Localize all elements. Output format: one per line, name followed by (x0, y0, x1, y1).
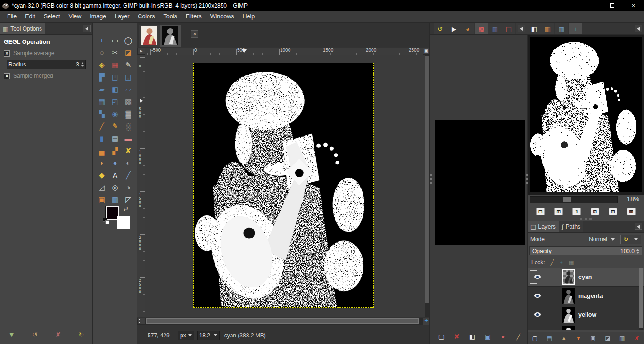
tool-scissors-select[interactable]: ✂ (108, 46, 122, 58)
restore-tool-preset-button[interactable]: ↺ (28, 329, 42, 340)
zoom-fill-window-button[interactable]: ⊞ (609, 208, 617, 215)
new-layer-group-button[interactable]: ▤ (544, 333, 555, 344)
menu-edit[interactable]: Edit (21, 11, 40, 22)
navigation-popup-button[interactable]: + (423, 318, 429, 325)
duplicate-brush-button[interactable]: ◧ (467, 331, 478, 342)
menu-file[interactable]: File (3, 11, 21, 22)
tool-perspective[interactable]: ▱ (122, 83, 135, 95)
menu-help[interactable]: Help (238, 11, 259, 22)
default-colors-icon[interactable] (103, 218, 109, 224)
new-layer-button[interactable]: ▢ (529, 333, 540, 344)
layers-scrollbar-thumb[interactable] (639, 268, 643, 328)
open-brush-as-image-button[interactable]: ▣ (482, 331, 493, 342)
image-tab-cyan[interactable] (160, 25, 181, 47)
tool-options-collapse-button[interactable] (83, 25, 91, 32)
anchor-layer-button[interactable]: ◪ (602, 333, 613, 344)
zoom-1-1-button[interactable]: 1 (572, 208, 581, 215)
tool-ellipse-select[interactable]: ◯ (122, 34, 135, 46)
tool-levels[interactable]: ▥ (108, 193, 122, 205)
navigation-dock-collapse-button[interactable] (635, 25, 642, 32)
radius-spinner[interactable]: Radius3 (7, 60, 86, 69)
visibility-toggle-yellow[interactable] (530, 309, 545, 321)
sample-merged-checkbox[interactable]: × (4, 73, 10, 79)
tool-cage-transform[interactable]: ▚ (95, 107, 108, 120)
raise-layer-button[interactable]: ▲ (558, 333, 570, 344)
edit-brush-button[interactable]: ▢ (436, 331, 447, 342)
menu-view[interactable]: View (64, 11, 85, 22)
delete-tool-preset-button[interactable]: ✘ (51, 329, 65, 340)
delete-brush-button[interactable]: ✘ (451, 331, 462, 342)
tool-foreground-select[interactable]: ◪ (122, 46, 135, 58)
tab-palettes[interactable]: ▤ (502, 23, 515, 34)
layer-row-magenta[interactable]: magenta (528, 287, 644, 305)
tool-perspective-clone[interactable]: ▞ (108, 144, 122, 156)
tool-gradient[interactable]: ▓ (122, 107, 135, 120)
canvas-image[interactable] (193, 63, 374, 308)
tool-paintbrush[interactable]: ╱ (95, 120, 108, 132)
merge-layer-button[interactable]: ▥ (617, 333, 628, 344)
menu-layer[interactable]: Layer (110, 11, 133, 22)
visibility-toggle-cyan[interactable] (530, 271, 545, 283)
brushes-dock-collapse-button[interactable] (518, 25, 525, 32)
tool-free-select[interactable]: ◌ (95, 46, 108, 58)
unit-select[interactable]: px (178, 331, 194, 340)
tool-eraser[interactable]: ▬ (122, 132, 135, 144)
canvas-viewport[interactable] (145, 55, 425, 317)
tool-unified-transform[interactable]: ◰ (108, 95, 122, 107)
visibility-toggle-magenta[interactable] (530, 290, 545, 302)
zoom-follow-window-button[interactable]: ▣ (423, 48, 429, 55)
opacity-slider[interactable]: Opacity 100.0 (529, 246, 642, 255)
tool-airbrush[interactable]: ░ (122, 120, 135, 132)
tab-tool-options[interactable]: ▦ Tool Options (0, 23, 45, 34)
radius-spin-arrows[interactable] (81, 62, 84, 67)
zoom-in-button[interactable]: ⊞ (554, 208, 563, 215)
tab-histogram[interactable]: ▥ (555, 23, 568, 34)
tool-shear[interactable]: ▰ (95, 83, 108, 95)
mode-switch-button[interactable]: ↻ (620, 235, 641, 244)
lower-layer-button[interactable]: ▼ (573, 333, 584, 344)
horizontal-scrollbar-thumb[interactable] (146, 318, 419, 324)
tool-move[interactable]: + (95, 34, 108, 46)
tool-n-point-deformation[interactable]: ◉ (108, 107, 122, 120)
minimize-button[interactable]: – (580, 0, 602, 11)
tool-measure[interactable]: ◿ (95, 181, 108, 193)
mode-select[interactable]: Normal (586, 235, 618, 244)
layers-collapse-button[interactable] (635, 223, 642, 230)
horizontal-scrollbar[interactable] (145, 318, 423, 325)
background-color-swatch[interactable] (117, 216, 130, 229)
tool-text[interactable]: A (108, 169, 122, 181)
lock-alpha-icon[interactable]: ▦ (569, 259, 574, 266)
menu-tools[interactable]: Tools (159, 11, 181, 22)
tool-crop[interactable]: ▛ (95, 71, 108, 83)
menu-filters[interactable]: Filters (182, 11, 206, 22)
zoom-select[interactable]: 18.2 % (197, 331, 220, 340)
tool-color-balance[interactable]: ▣ (95, 193, 108, 205)
menu-colors[interactable]: Colors (133, 11, 159, 22)
tool-smudge[interactable]: ◗ (95, 156, 108, 169)
tool-pencil[interactable]: ✎ (108, 120, 122, 132)
tool-rectangle-select[interactable]: ▭ (108, 34, 122, 46)
tool-gegl-operation[interactable]: ◑ (122, 181, 135, 193)
tool-flip[interactable]: ◧ (108, 83, 122, 95)
tool-select-by-color[interactable]: ▦ (108, 58, 122, 71)
tool-zoom[interactable]: ◎ (108, 181, 122, 193)
tool-heal[interactable]: ✘ (122, 144, 135, 156)
tool-scale[interactable]: ◱ (122, 71, 135, 83)
tab-navigation[interactable]: + (569, 23, 582, 34)
tool-warp-transform[interactable]: ▩ (122, 95, 135, 107)
menu-windows[interactable]: Windows (206, 11, 239, 22)
tab-layers[interactable]: ▤Layers (528, 221, 559, 232)
layers-scrollbar[interactable] (639, 268, 643, 330)
tab-paths[interactable]: ∫Paths (559, 221, 584, 232)
quick-mask-toggle[interactable] (137, 318, 145, 325)
visibility-toggle-black[interactable] (530, 328, 545, 331)
tab-brushes[interactable]: ▩ (475, 23, 488, 34)
zoom-out-button[interactable]: ⊟ (536, 208, 545, 215)
navigation-preview[interactable] (528, 35, 644, 195)
opacity-spinner[interactable] (636, 249, 639, 254)
zoom-fit-image-button[interactable]: ⊡ (591, 208, 599, 215)
layer-row-yellow[interactable]: yellow (528, 305, 644, 324)
duplicate-layer-button[interactable]: ▣ (587, 333, 599, 344)
tool-ink[interactable]: ▮ (95, 132, 108, 144)
tool-color-picker[interactable]: ╱ (122, 169, 135, 181)
